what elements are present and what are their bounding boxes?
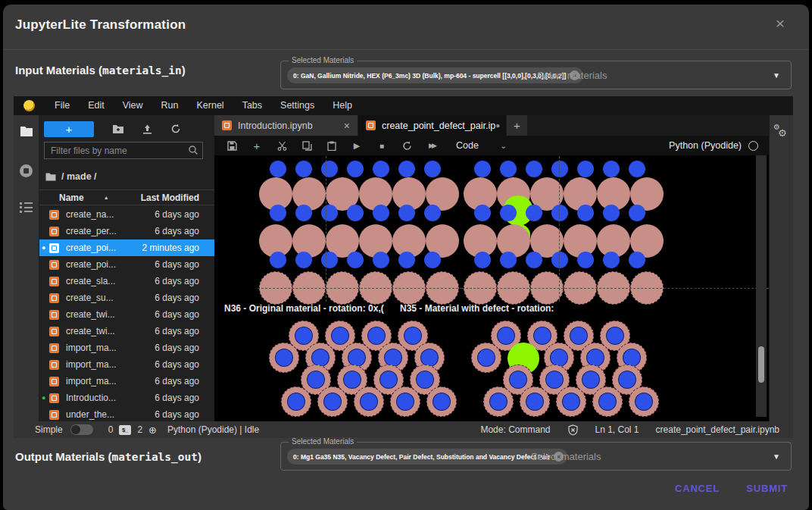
notebook-scrollbar[interactable] bbox=[756, 155, 767, 417]
file-list-header: Name ▲ Last Modified bbox=[39, 189, 214, 205]
copy-cells-icon[interactable] bbox=[299, 141, 314, 151]
menu-item-kernel[interactable]: Kernel bbox=[188, 96, 233, 115]
file-modified: 6 days ago bbox=[155, 276, 199, 286]
atom bbox=[270, 205, 286, 221]
cancel-button[interactable]: CANCEL bbox=[675, 483, 720, 494]
tab-create-point-defect-pair-ip[interactable]: create_point_defect_pair.ip● bbox=[358, 115, 507, 136]
menu-item-edit[interactable]: Edit bbox=[79, 96, 114, 115]
add-tab-icon[interactable]: + bbox=[507, 115, 527, 136]
refresh-icon[interactable] bbox=[170, 124, 181, 134]
save-icon[interactable] bbox=[224, 141, 239, 151]
editor-mode-indicator[interactable]: Mode: Command bbox=[480, 424, 550, 435]
cell-type-dropdown[interactable]: Code bbox=[456, 140, 479, 151]
file-row[interactable]: create_sla...6 days ago bbox=[39, 273, 214, 289]
tab-introduction-ipynb[interactable]: Introduction.ipynb× bbox=[214, 115, 358, 136]
terminal-count[interactable]: 0 bbox=[108, 424, 114, 435]
atom-core bbox=[509, 371, 527, 389]
tabbar-spacer bbox=[527, 115, 769, 136]
property-inspector-icon[interactable]: ⚙ ⚙ bbox=[773, 124, 790, 141]
kernel-name-button[interactable]: Python (Pyodide) bbox=[669, 140, 742, 151]
restart-run-all-icon[interactable]: ▶▶ bbox=[424, 142, 439, 149]
submit-button[interactable]: SUBMIT bbox=[746, 483, 788, 494]
kernel-status-text[interactable]: Python (Pyodide) | Idle bbox=[167, 424, 259, 435]
menu-item-settings[interactable]: Settings bbox=[271, 96, 323, 115]
shield-x-icon[interactable] bbox=[567, 424, 579, 436]
running-sessions-icon[interactable] bbox=[20, 164, 33, 177]
file-row[interactable]: ●create_poi...2 minutes ago bbox=[39, 239, 214, 256]
kernel-status-icon[interactable] bbox=[748, 141, 758, 151]
jupyterlite-transformation-dialog: JupyterLite Transformation × Input Mater… bbox=[3, 5, 809, 510]
file-name: create_twi... bbox=[66, 309, 115, 320]
output-select-legend: Selected Materials bbox=[289, 437, 357, 446]
breadcrumb-path: / made / bbox=[61, 171, 97, 182]
file-row[interactable]: create_poi...6 days ago bbox=[39, 256, 214, 273]
file-row[interactable]: import_ma...6 days ago bbox=[39, 373, 214, 390]
name-column-header[interactable]: Name bbox=[59, 192, 84, 203]
dirty-dot-icon[interactable]: ● bbox=[495, 121, 500, 130]
menu-bar: FileEditViewRunKernelTabsSettingsHelp bbox=[14, 96, 793, 115]
jupyterlite-logo-icon bbox=[23, 100, 35, 111]
file-row[interactable]: under_the...6 days ago bbox=[39, 406, 214, 421]
chevron-down-icon[interactable]: ⌄ bbox=[500, 141, 507, 151]
table-of-contents-icon[interactable] bbox=[20, 200, 33, 214]
kernel-sessions-icon[interactable]: ⊕ bbox=[148, 425, 157, 435]
modified-column-header[interactable]: Last Modified bbox=[141, 192, 199, 203]
input-materials-label: Input Materials (materials_in) bbox=[15, 64, 186, 77]
file-row[interactable]: create_na...6 days ago bbox=[39, 206, 214, 223]
new-folder-icon[interactable] bbox=[112, 124, 124, 134]
insert-cell-icon[interactable]: + bbox=[249, 139, 264, 152]
atom bbox=[295, 252, 312, 268]
input-materials-select[interactable]: Selected Materials 0: GaN, Gallium Nitri… bbox=[280, 61, 792, 89]
output-material-chip[interactable]: 0: Mg1 Ga35 N35, Vacancy Defect, Pair De… bbox=[287, 449, 567, 465]
output-select-placeholder: Select materials bbox=[531, 451, 601, 462]
new-launcher-button[interactable]: + bbox=[44, 121, 94, 137]
terminal-icon[interactable]: $_ bbox=[119, 425, 131, 435]
dropdown-arrow-icon[interactable]: ▼ bbox=[773, 71, 780, 80]
figure-original-side-view bbox=[258, 159, 462, 299]
tab-close-icon[interactable]: × bbox=[344, 120, 350, 132]
atom bbox=[269, 343, 299, 373]
upload-icon[interactable] bbox=[142, 124, 152, 134]
restart-kernel-icon[interactable] bbox=[399, 141, 414, 151]
file-row[interactable]: import_ma...6 days ago bbox=[39, 339, 214, 356]
atom bbox=[500, 161, 517, 177]
close-icon[interactable]: × bbox=[776, 16, 785, 31]
file-row[interactable]: create_twi...6 days ago bbox=[39, 306, 214, 323]
file-row[interactable]: create_su...6 days ago bbox=[39, 289, 214, 306]
atom bbox=[373, 161, 389, 177]
cut-cells-icon[interactable] bbox=[274, 141, 289, 151]
file-row[interactable]: ●Introductio...6 days ago bbox=[39, 390, 214, 406]
atom bbox=[373, 205, 389, 221]
atom bbox=[526, 161, 542, 177]
run-cell-icon[interactable]: ▶ bbox=[349, 141, 364, 151]
output-label-prefix: Output Materials ( bbox=[15, 450, 112, 463]
simple-mode-toggle[interactable] bbox=[70, 424, 93, 435]
menu-item-view[interactable]: View bbox=[114, 96, 152, 115]
file-modified: 6 days ago bbox=[155, 259, 199, 270]
kernel-count[interactable]: 2 bbox=[137, 424, 142, 435]
file-row[interactable]: create_per...6 days ago bbox=[39, 223, 214, 239]
atom bbox=[398, 161, 415, 177]
sort-ascending-icon[interactable]: ▲ bbox=[104, 195, 109, 200]
filter-files-input[interactable] bbox=[44, 142, 203, 159]
file-modified: 6 days ago bbox=[155, 209, 199, 220]
breadcrumb[interactable]: / made / bbox=[45, 171, 97, 182]
file-row[interactable]: import_ma...6 days ago bbox=[39, 356, 214, 373]
file-browser-icon[interactable] bbox=[20, 126, 33, 140]
output-materials-select[interactable]: Selected Materials 0: Mg1 Ga35 N35, Vaca… bbox=[280, 442, 792, 471]
dropdown-arrow-icon[interactable]: ▼ bbox=[773, 452, 780, 461]
menu-item-run[interactable]: Run bbox=[152, 96, 188, 115]
menu-item-file[interactable]: File bbox=[45, 96, 79, 115]
file-row[interactable]: create_twi...6 days ago bbox=[39, 323, 214, 339]
paste-cells-icon[interactable] bbox=[324, 141, 339, 151]
cursor-position[interactable]: Ln 1, Col 1 bbox=[595, 424, 639, 435]
atom bbox=[551, 161, 568, 177]
atom bbox=[556, 386, 586, 417]
interrupt-kernel-icon[interactable]: ■ bbox=[374, 142, 389, 150]
menu-item-help[interactable]: Help bbox=[323, 96, 361, 115]
menu-item-tabs[interactable]: Tabs bbox=[233, 96, 271, 115]
atom-core bbox=[295, 327, 313, 345]
atom bbox=[390, 386, 420, 417]
scrollbar-thumb[interactable] bbox=[758, 346, 764, 383]
file-name: create_poi... bbox=[66, 259, 116, 270]
